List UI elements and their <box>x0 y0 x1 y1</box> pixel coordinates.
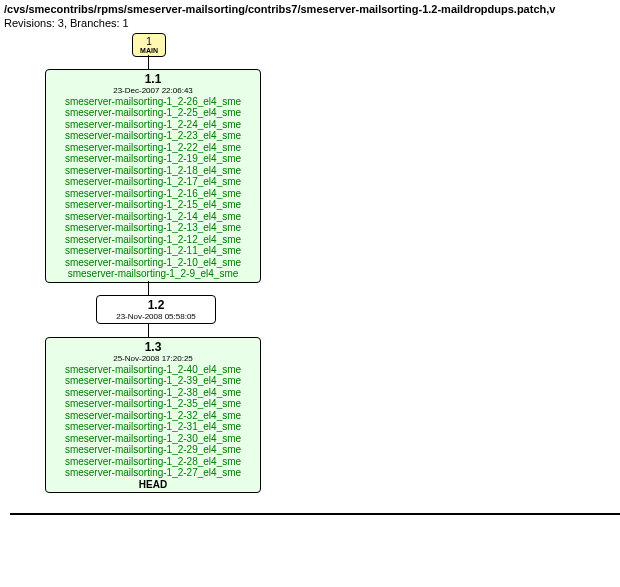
tag-label: smeserver-mailsorting-1_2-16_el4_sme <box>50 188 256 200</box>
revision-date: 23-Dec-2007 22:06:43 <box>50 86 256 95</box>
tag-label: smeserver-mailsorting-1_2-31_el4_sme <box>50 421 256 433</box>
tag-label: smeserver-mailsorting-1_2-17_el4_sme <box>50 176 256 188</box>
branch-number: 1 <box>139 36 159 47</box>
tag-label: smeserver-mailsorting-1_2-35_el4_sme <box>50 398 256 410</box>
revision-date: 23-Nov-2008 05:58:05 <box>103 312 209 321</box>
tag-label: smeserver-mailsorting-1_2-18_el4_sme <box>50 165 256 177</box>
tag-label: smeserver-mailsorting-1_2-28_el4_sme <box>50 456 256 468</box>
header: /cvs/smecontribs/rpms/smeserver-mailsort… <box>0 0 620 33</box>
branch-main-box: 1 MAIN <box>132 33 166 58</box>
revision-tags-1: smeserver-mailsorting-1_2-26_el4_smesmes… <box>50 96 256 280</box>
tag-label: smeserver-mailsorting-1_2-30_el4_sme <box>50 433 256 445</box>
revision-graph: 1 MAIN 1.1 23-Dec-2007 22:06:43 smeserve… <box>10 33 620 587</box>
tag-label: smeserver-mailsorting-1_2-22_el4_sme <box>50 142 256 154</box>
tag-label: smeserver-mailsorting-1_2-23_el4_sme <box>50 130 256 142</box>
connector <box>148 323 149 337</box>
tag-label: smeserver-mailsorting-1_2-12_el4_sme <box>50 234 256 246</box>
divider <box>10 513 620 515</box>
tag-label: smeserver-mailsorting-1_2-32_el4_sme <box>50 410 256 422</box>
connector <box>148 55 149 69</box>
tag-label: smeserver-mailsorting-1_2-39_el4_sme <box>50 375 256 387</box>
tag-label: smeserver-mailsorting-1_2-25_el4_sme <box>50 107 256 119</box>
tag-label: smeserver-mailsorting-1_2-19_el4_sme <box>50 153 256 165</box>
revision-node-1-3: 1.3 25-Nov-2008 17:20:25 smeserver-mails… <box>45 337 261 493</box>
tag-label: smeserver-mailsorting-1_2-24_el4_sme <box>50 119 256 131</box>
revision-date: 25-Nov-2008 17:20:25 <box>50 354 256 363</box>
revision-tags-3: smeserver-mailsorting-1_2-40_el4_smesmes… <box>50 364 256 479</box>
tag-label: smeserver-mailsorting-1_2-29_el4_sme <box>50 444 256 456</box>
branch-label: MAIN <box>139 47 159 55</box>
tag-label: smeserver-mailsorting-1_2-26_el4_sme <box>50 96 256 108</box>
tag-label: smeserver-mailsorting-1_2-11_el4_sme <box>50 245 256 257</box>
revision-version: 1.3 <box>50 340 256 354</box>
revision-version: 1.1 <box>50 72 256 86</box>
revision-summary: Revisions: 3, Branches: 1 <box>4 17 129 29</box>
head-label: HEAD <box>50 479 256 490</box>
tag-label: smeserver-mailsorting-1_2-38_el4_sme <box>50 387 256 399</box>
tag-label: smeserver-mailsorting-1_2-9_el4_sme <box>50 268 256 280</box>
tag-label: smeserver-mailsorting-1_2-10_el4_sme <box>50 257 256 269</box>
tag-label: smeserver-mailsorting-1_2-14_el4_sme <box>50 211 256 223</box>
revision-node-1-1: 1.1 23-Dec-2007 22:06:43 smeserver-mails… <box>45 69 261 283</box>
file-path: /cvs/smecontribs/rpms/smeserver-mailsort… <box>4 3 555 15</box>
tag-label: smeserver-mailsorting-1_2-40_el4_sme <box>50 364 256 376</box>
tag-label: smeserver-mailsorting-1_2-27_el4_sme <box>50 467 256 479</box>
connector <box>148 281 149 295</box>
tag-label: smeserver-mailsorting-1_2-15_el4_sme <box>50 199 256 211</box>
revision-version: 1.2 <box>103 298 209 312</box>
revision-node-1-2: 1.2 23-Nov-2008 05:58:05 <box>96 295 216 324</box>
tag-label: smeserver-mailsorting-1_2-13_el4_sme <box>50 222 256 234</box>
